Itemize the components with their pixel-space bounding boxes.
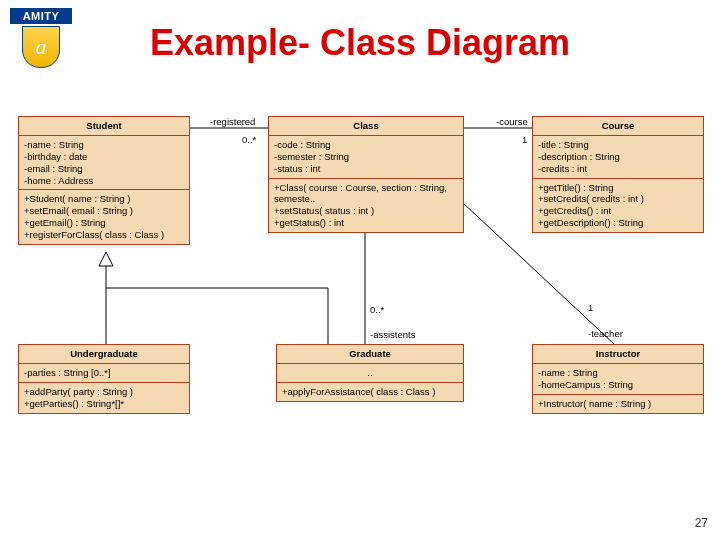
op: +setEmail( email : String ) bbox=[24, 205, 184, 217]
class-box-undergraduate: Undergraduate -parties : String [0..*] +… bbox=[18, 344, 190, 414]
class-attrs: .. bbox=[277, 364, 463, 383]
class-box-student: Student -name : String -birthday : date … bbox=[18, 116, 190, 245]
class-box-class: Class -code : String -semester : String … bbox=[268, 116, 464, 233]
attr: -description : String bbox=[538, 151, 698, 163]
class-ops: +Class( course : Course, section : Strin… bbox=[269, 179, 463, 233]
op: +setCredits( credits : int ) bbox=[538, 193, 698, 205]
assoc-registered-label: -registered bbox=[210, 116, 255, 127]
class-ops: +Instructor( name : String ) bbox=[533, 395, 703, 413]
op: +getParties() : String*[]* bbox=[24, 398, 184, 410]
class-attrs: -name : String -homeCampus : String bbox=[533, 364, 703, 395]
class-attrs: -parties : String [0..*] bbox=[19, 364, 189, 383]
class-attrs: -code : String -semester : String -statu… bbox=[269, 136, 463, 179]
op: +Student( name : String ) bbox=[24, 193, 184, 205]
op: +getStatus() : int bbox=[274, 217, 458, 229]
attr: -status : int bbox=[274, 163, 458, 175]
attr: -parties : String [0..*] bbox=[24, 367, 184, 379]
class-name: Graduate bbox=[277, 345, 463, 364]
assoc-teacher-label: -teacher bbox=[588, 328, 623, 339]
class-attrs: -title : String -description : String -c… bbox=[533, 136, 703, 179]
attr: -name : String bbox=[538, 367, 698, 379]
class-box-course: Course -title : String -description : St… bbox=[532, 116, 704, 233]
op: +setStatus( status : int ) bbox=[274, 205, 458, 217]
attr: -code : String bbox=[274, 139, 458, 151]
op: +getCredits() : int bbox=[538, 205, 698, 217]
page-number: 27 bbox=[695, 516, 708, 530]
class-name: Course bbox=[533, 117, 703, 136]
svg-marker-4 bbox=[99, 252, 113, 266]
class-ops: +Student( name : String ) +setEmail( ema… bbox=[19, 190, 189, 244]
op: +getEmail() : String bbox=[24, 217, 184, 229]
op: +Class( course : Course, section : Strin… bbox=[274, 182, 458, 206]
assoc-assistents-mult: 0..* bbox=[370, 304, 384, 315]
class-ops: +addParty( party : String ) +getParties(… bbox=[19, 383, 189, 413]
class-name: Student bbox=[19, 117, 189, 136]
attr: -email : String bbox=[24, 163, 184, 175]
assoc-teacher-mult: 1 bbox=[588, 302, 593, 313]
class-attrs: -name : String -birthday : date -email :… bbox=[19, 136, 189, 191]
class-box-graduate: Graduate .. +applyForAssistance( class :… bbox=[276, 344, 464, 402]
slide-title: Example- Class Diagram bbox=[0, 22, 720, 64]
op: +getDescription() : String bbox=[538, 217, 698, 229]
class-ops: +applyForAssistance( class : Class ) bbox=[277, 383, 463, 401]
attr: -name : String bbox=[24, 139, 184, 151]
assoc-registered-mult: 0..* bbox=[242, 134, 256, 145]
attr: .. bbox=[282, 367, 458, 379]
op: +addParty( party : String ) bbox=[24, 386, 184, 398]
attr: -semester : String bbox=[274, 151, 458, 163]
attr: -homeCampus : String bbox=[538, 379, 698, 391]
op: +Instructor( name : String ) bbox=[538, 398, 698, 410]
class-box-instructor: Instructor -name : String -homeCampus : … bbox=[532, 344, 704, 414]
assoc-assistents-label: -assistents bbox=[370, 329, 415, 340]
op: +applyForAssistance( class : Class ) bbox=[282, 386, 458, 398]
class-name: Instructor bbox=[533, 345, 703, 364]
attr: -birthday : date bbox=[24, 151, 184, 163]
attr: -home : Address bbox=[24, 175, 184, 187]
op: +getTitle() : String bbox=[538, 182, 698, 194]
assoc-course-label: -course bbox=[496, 116, 528, 127]
assoc-course-mult: 1 bbox=[522, 134, 527, 145]
class-ops: +getTitle() : String +setCredits( credit… bbox=[533, 179, 703, 233]
class-diagram: -registered 0..* -course 1 0..* -assiste… bbox=[18, 112, 702, 472]
attr: -credits : int bbox=[538, 163, 698, 175]
class-name: Undergraduate bbox=[19, 345, 189, 364]
op: +registerForClass( class : Class ) bbox=[24, 229, 184, 241]
attr: -title : String bbox=[538, 139, 698, 151]
class-name: Class bbox=[269, 117, 463, 136]
